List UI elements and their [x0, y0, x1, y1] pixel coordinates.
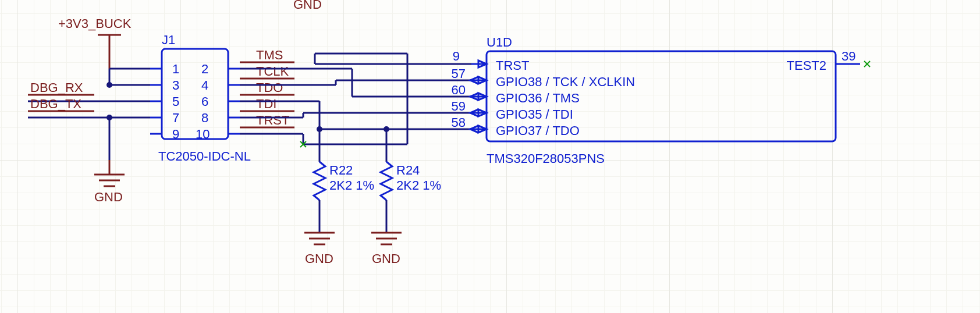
r22-ref: R22 — [329, 163, 353, 177]
power-net-label: +3V3_BUCK — [58, 16, 132, 31]
j1-pin3: 3 — [172, 78, 179, 93]
j1-pin2: 2 — [201, 62, 208, 76]
gnd-j1-label: GND — [94, 190, 123, 204]
j1-pin10: 10 — [196, 127, 210, 141]
j1-part: TC2050-IDC-NL — [158, 149, 251, 163]
r24-ref: R24 — [396, 163, 420, 177]
j1-pin1: 1 — [172, 62, 179, 76]
power-net-3v3: +3V3_BUCK — [58, 16, 132, 69]
u1d-pin57-num: 57 — [452, 66, 466, 81]
net-tdi: TDI — [256, 97, 276, 111]
dbg-tx-net: DBG_TX — [28, 97, 94, 111]
j1-right-nets: TMS TCLK TDO TDI TRST — [240, 48, 294, 127]
j1-pin4: 4 — [201, 78, 208, 93]
u1d-pin60-num: 60 — [452, 83, 466, 97]
gnd-top-label: GND — [293, 0, 322, 12]
dbg-rx-net: DBG_RX — [28, 80, 94, 95]
j1-pin8: 8 — [201, 111, 208, 125]
u1d-pin57-name: GPIO38 / TCK / XCLKIN — [496, 74, 635, 89]
j1-ref: J1 — [162, 33, 175, 47]
u1d-ref: U1D — [487, 35, 512, 49]
schematic-canvas: GND +3V3_BUCK J1 1 3 5 7 9 2 4 6 8 10 TC… — [0, 0, 980, 313]
u1d-pin9-name: TRST — [496, 58, 529, 73]
r24: R24 2K2 1% GND — [371, 126, 441, 266]
net-trst: TRST — [256, 113, 289, 127]
ic-u1d: U1D TMS320F28053PNS 9 TRST 57 GPIO38 / T… — [452, 35, 870, 166]
no-erc-marker-test2 — [864, 61, 870, 67]
connector-j1: J1 1 3 5 7 9 2 4 6 8 10 TC2050-IDC-NL — [150, 33, 251, 163]
gnd-symbol-r24: GND — [371, 233, 402, 266]
gnd-r22-label: GND — [305, 251, 333, 266]
j1-pin7: 7 — [172, 111, 179, 125]
u1d-pin9-num: 9 — [453, 49, 460, 63]
u1d-pin60-name: GPIO36 / TMS — [496, 91, 580, 105]
u1d-pin59-num: 59 — [452, 99, 466, 113]
net-tclk: TCLK — [256, 64, 289, 79]
r24-value: 2K2 1% — [396, 178, 441, 193]
u1d-pin59-name: GPIO35 / TDI — [496, 107, 573, 122]
j1-pin5: 5 — [172, 94, 179, 109]
dbg-rx-label: DBG_RX — [30, 80, 83, 95]
dbg-tx-label: DBG_TX — [30, 97, 81, 111]
u1d-right-pin: TEST2 39 — [787, 49, 870, 73]
j1-pin9: 9 — [172, 127, 179, 141]
u1d-test2-num: 39 — [841, 49, 855, 63]
r22: R22 2K2 1% GND — [304, 126, 374, 266]
u1d-test2-name: TEST2 — [787, 58, 826, 73]
gnd-symbol-j1: GND — [94, 160, 125, 204]
u1d-left-pins: 9 TRST 57 GPIO38 / TCK / XCLKIN 60 GPIO3… — [452, 49, 635, 138]
u1d-pin58-num: 58 — [452, 115, 466, 130]
net-tms: TMS — [256, 48, 283, 62]
u1d-pin58-name: GPIO37 / TDO — [496, 123, 580, 138]
gnd-r24-label: GND — [372, 251, 400, 266]
gnd-symbol-r22: GND — [304, 233, 335, 266]
j1-pin6: 6 — [201, 94, 208, 109]
u1d-part: TMS320F28053PNS — [487, 151, 605, 166]
r22-value: 2K2 1% — [329, 178, 374, 193]
net-tdo: TDO — [256, 80, 283, 95]
